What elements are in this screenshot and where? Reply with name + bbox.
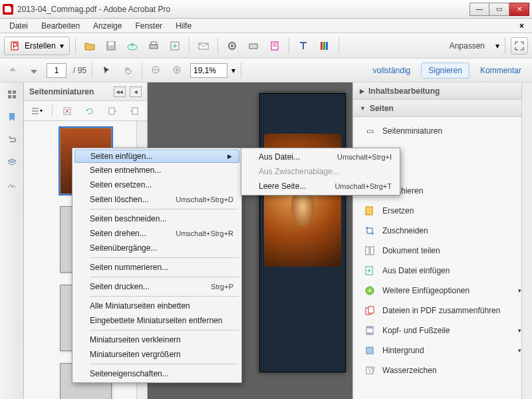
thumbs-rotate-button[interactable]: [81, 102, 98, 120]
save-button[interactable]: [102, 37, 120, 55]
tool-kopf-fusszeile[interactable]: Kopf- und Fußzeile▾: [353, 321, 532, 340]
thumbs-options-button[interactable]: ▾: [28, 102, 45, 120]
text-select-icon: [297, 40, 309, 52]
multimedia-button[interactable]: [316, 37, 333, 55]
layers-rail-icon[interactable]: [5, 156, 19, 169]
page-number-input[interactable]: [47, 63, 66, 78]
bookmarks-rail-icon[interactable]: [5, 110, 19, 124]
vollstaendig-link[interactable]: vollständig: [366, 63, 418, 78]
ctx-item[interactable]: Seitenübergänge...: [74, 241, 240, 255]
zoom-value[interactable]: 19,1%: [190, 63, 227, 78]
submenu-item[interactable]: Aus Datei...Umschalt+Strg+I: [243, 150, 398, 164]
gear-icon: [226, 40, 238, 52]
svg-rect-24: [132, 108, 138, 114]
minimize-button[interactable]: —: [469, 3, 489, 16]
select-tool[interactable]: [98, 62, 115, 79]
create-pdf-icon: P: [10, 41, 21, 51]
form-icon: [269, 40, 281, 52]
menu-hilfe[interactable]: Hilfe: [170, 20, 197, 32]
dropdown-caret-icon: ▾: [60, 41, 64, 51]
hand-icon: [122, 65, 133, 76]
menubar-close-icon[interactable]: ×: [515, 21, 528, 31]
ctx-item[interactable]: Seiten entnehmen...: [74, 163, 240, 178]
thumbs-next-button[interactable]: ◂: [130, 86, 142, 97]
ctx-item[interactable]: Seiten beschneiden...: [74, 211, 240, 226]
svg-rect-34: [366, 327, 373, 329]
thumbnails-rail-icon[interactable]: [5, 88, 19, 101]
ctx-item[interactable]: Miniaturseiten vergrößern: [74, 347, 240, 362]
kommentar-link[interactable]: Kommentar: [473, 63, 528, 78]
arrow-up-icon: [7, 65, 18, 76]
ctx-item[interactable]: Seiten drucken...Strg+P: [74, 279, 240, 294]
cloud-button[interactable]: [124, 37, 141, 55]
settings-button[interactable]: [223, 37, 241, 55]
thumbs-extract-button[interactable]: [104, 102, 121, 120]
svg-rect-27: [366, 247, 369, 255]
open-button[interactable]: [81, 37, 98, 55]
replace-icon: [364, 205, 376, 217]
tool-aus-datei-einfuegen[interactable]: Aus Datei einfügen: [353, 261, 532, 281]
arrow-down-icon: [29, 65, 39, 76]
thumbs-prev-button[interactable]: ◂◂: [114, 86, 126, 97]
tool-hintergrund[interactable]: Hintergrund▾: [353, 340, 532, 360]
anpassen-button[interactable]: Anpassen: [443, 41, 491, 51]
ctx-item[interactable]: Alle Miniaturseiten einbetten: [74, 299, 240, 313]
close-button[interactable]: ✕: [509, 3, 529, 16]
menu-fenster[interactable]: Fenster: [130, 20, 168, 32]
tool-dateien-zusammenfuehren[interactable]: Dateien in PDF zusammenführen: [353, 301, 532, 321]
ctx-item[interactable]: Seiten ersetzen...: [74, 178, 240, 192]
signieren-link[interactable]: Signieren: [421, 63, 469, 78]
tools-scrollbar[interactable]: [521, 82, 532, 399]
tool-seitenminiaturen[interactable]: ▭Seitenminiaturen: [353, 121, 532, 141]
tool-zuschneiden[interactable]: Zuschneiden: [353, 221, 532, 241]
form-button[interactable]: [266, 37, 283, 55]
svg-rect-36: [366, 347, 373, 354]
window-controls: — ▭ ✕: [469, 3, 529, 16]
thumbnails-header: Seitenminiaturen ◂◂ ◂: [24, 82, 147, 101]
email-button[interactable]: [195, 37, 212, 55]
ctx-item[interactable]: Seiten einfügen...▶: [74, 150, 239, 163]
section-seiten[interactable]: ▼Seiten: [353, 100, 532, 117]
next-page-button[interactable]: [25, 62, 43, 79]
printer-icon: [148, 40, 160, 52]
edit-text-button[interactable]: [295, 37, 312, 55]
menu-anzeige[interactable]: Anzeige: [88, 20, 127, 32]
folder-open-icon: [84, 40, 96, 52]
submenu-item[interactable]: Leere Seite...Umschalt+Strg+T: [243, 179, 398, 194]
ctx-item[interactable]: Miniaturseiten verkleinern: [74, 332, 240, 347]
tool-ersetzen[interactable]: Ersetzen: [353, 201, 532, 221]
context-submenu: Aus Datei...Umschalt+Strg+IAus Zwischena…: [241, 148, 400, 196]
section-inhaltsbearbeitung[interactable]: ▶Inhaltsbearbeitung: [353, 82, 532, 100]
ctx-item[interactable]: Eingebettete Miniaturseiten entfernen: [74, 313, 240, 328]
signatures-rail-icon[interactable]: [5, 178, 19, 192]
zoom-out-button[interactable]: [148, 62, 165, 79]
prev-page-button[interactable]: [4, 62, 21, 79]
fullscreen-button[interactable]: [511, 37, 528, 55]
attachments-rail-icon[interactable]: [5, 133, 19, 146]
ctx-item[interactable]: Seiten löschen...Umschalt+Strg+D: [74, 192, 240, 207]
svg-rect-20: [8, 95, 11, 98]
menu-bearbeiten[interactable]: Bearbeiten: [36, 20, 85, 32]
menu-datei[interactable]: Datei: [4, 20, 33, 32]
print-button[interactable]: [145, 37, 162, 55]
thumbs-insert-button[interactable]: [126, 102, 143, 120]
cloud-upload-icon: [126, 40, 138, 52]
hand-tool[interactable]: [119, 62, 136, 79]
tool-dokument-teilen[interactable]: Dokument teilen: [353, 241, 532, 261]
tool-weitere-einfuegeoptionen[interactable]: Weitere Einfügeoptionen▾: [353, 281, 532, 301]
zoom-in-button[interactable]: [169, 62, 186, 79]
maximize-button[interactable]: ▭: [489, 3, 509, 16]
tool-wasserzeichen[interactable]: WWasserzeichen: [353, 360, 532, 380]
dropdown-caret-icon[interactable]: ▾: [231, 66, 235, 75]
create-button[interactable]: P Erstellen ▾: [4, 37, 70, 55]
thumbs-delete-button[interactable]: [59, 102, 76, 120]
ctx-item[interactable]: Seiten nummerieren...: [74, 260, 240, 275]
cursor-icon: [101, 65, 112, 76]
zoom-plus-icon: [172, 65, 183, 76]
ctx-item[interactable]: Seiteneigenschaften...: [74, 366, 240, 381]
scan-button[interactable]: [245, 37, 262, 55]
pdf-app-icon: [3, 4, 13, 15]
svg-rect-26: [366, 207, 372, 215]
share-button[interactable]: [166, 37, 184, 55]
ctx-item[interactable]: Seiten drehen...Umschalt+Strg+R: [74, 226, 240, 241]
